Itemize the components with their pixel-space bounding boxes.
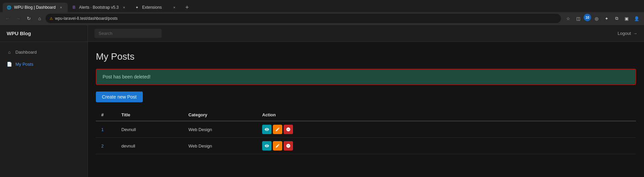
table-body: 1 Devnull Web Design 2 devnull Web Desig…: [96, 121, 636, 154]
cell-title-0: Devnull: [116, 121, 183, 138]
cell-num-1: 2: [96, 138, 116, 154]
cell-title-1: devnull: [116, 138, 183, 154]
col-header-num: #: [96, 109, 116, 121]
table-header-row: # Title Category Action: [96, 109, 636, 121]
tab-bootstrap[interactable]: B Alerts · Bootstrap v5.3 ×: [68, 3, 131, 12]
main-content: Logout → My Posts Post has been deleted!…: [88, 25, 644, 177]
tab-bar: 🌐 WPU Blog | Dashboard × B Alerts · Boot…: [0, 0, 644, 12]
sidebar-item-my-posts-label: My Posts: [15, 62, 33, 67]
colors-button[interactable]: ✦: [602, 14, 611, 23]
edit-button-0[interactable]: [273, 125, 282, 134]
address-bar[interactable]: ⚠ wpu-laravel-8.test/dashboard/posts: [46, 14, 561, 23]
table-row: 2 devnull Web Design: [96, 138, 636, 154]
extensions-button[interactable]: ⧉: [612, 14, 621, 23]
split-button[interactable]: ▣: [622, 14, 631, 23]
action-buttons-1: [262, 141, 631, 151]
bookmark-button[interactable]: ☆: [564, 14, 573, 23]
col-header-action: Action: [257, 109, 636, 121]
search-input[interactable]: [95, 29, 162, 38]
nav-bar: ← → ↻ ⌂ ⚠ wpu-laravel-8.test/dashboard/p…: [0, 12, 644, 25]
col-header-category: Category: [183, 109, 257, 121]
tab-title-wpu: WPU Blog | Dashboard: [14, 5, 56, 10]
sidebar: WPU Blog ⌂ Dashboard 📄 My Posts: [0, 25, 88, 177]
posts-table: # Title Category Action 1 Devnull Web De…: [96, 109, 636, 154]
account-button[interactable]: 👤: [632, 14, 641, 23]
col-header-title: Title: [116, 109, 183, 121]
logout-icon: →: [633, 31, 637, 36]
dashboard-icon: ⌂: [7, 49, 12, 55]
delete-button-0[interactable]: [284, 125, 293, 134]
cell-action-1: [257, 138, 636, 154]
counter-badge: 10: [584, 14, 591, 21]
cell-action-0: [257, 121, 636, 138]
tab-close-extensions[interactable]: ×: [172, 5, 177, 10]
content-area: My Posts Post has been deleted! Create n…: [88, 42, 644, 177]
tab-title-bootstrap: Alerts · Bootstrap v5.3: [79, 5, 119, 10]
sidebar-brand: WPU Blog: [0, 25, 87, 42]
security-icon: ⚠: [50, 16, 53, 21]
delete-button-1[interactable]: [284, 141, 293, 151]
create-post-button[interactable]: Create new Post: [96, 92, 143, 102]
topbar: Logout →: [88, 25, 644, 42]
alert-message: Post has been deleted!: [96, 69, 636, 85]
action-buttons-0: [262, 125, 631, 134]
sidebar-nav: ⌂ Dashboard 📄 My Posts: [0, 42, 87, 74]
tab-extensions[interactable]: ✦ Extensions ×: [131, 3, 181, 12]
cell-num-0: 1: [96, 121, 116, 138]
nav-actions: ☆ ◫ 10 ◎ ✦ ⧉ ▣ 👤: [564, 14, 641, 23]
home-button[interactable]: ⌂: [35, 14, 44, 23]
tab-close-bootstrap[interactable]: ×: [121, 5, 127, 10]
tab-close-wpu[interactable]: ×: [58, 5, 64, 10]
sidebar-item-dashboard[interactable]: ⌂ Dashboard: [0, 46, 87, 58]
forward-button[interactable]: →: [13, 14, 23, 23]
tab-favicon-bootstrap: B: [72, 5, 76, 10]
my-posts-icon: 📄: [7, 61, 12, 67]
edit-button-1[interactable]: [273, 141, 282, 151]
table-row: 1 Devnull Web Design: [96, 121, 636, 138]
table-header: # Title Category Action: [96, 109, 636, 121]
sidebar-item-my-posts[interactable]: 📄 My Posts: [0, 58, 87, 70]
app-layout: WPU Blog ⌂ Dashboard 📄 My Posts Logout →…: [0, 25, 644, 177]
logout-label: Logout: [618, 31, 631, 36]
cell-category-0: Web Design: [183, 121, 257, 138]
logout-button[interactable]: Logout →: [618, 31, 637, 36]
address-text: wpu-laravel-8.test/dashboard/posts: [55, 16, 557, 21]
page-title: My Posts: [96, 51, 636, 62]
tab-favicon-extensions: ✦: [135, 5, 139, 10]
sidebar-item-dashboard-label: Dashboard: [15, 50, 37, 55]
new-tab-button[interactable]: +: [182, 3, 192, 12]
view-button-1[interactable]: [262, 141, 272, 151]
alert-text: Post has been deleted!: [103, 74, 151, 79]
reload-button[interactable]: ↻: [24, 14, 34, 23]
back-button[interactable]: ←: [3, 14, 12, 23]
camera-button[interactable]: ◎: [592, 14, 601, 23]
profiles-button[interactable]: ◫: [574, 14, 583, 23]
view-button-0[interactable]: [262, 125, 272, 134]
cell-category-1: Web Design: [183, 138, 257, 154]
tab-title-extensions: Extensions: [142, 5, 169, 10]
tab-wpu-blog[interactable]: 🌐 WPU Blog | Dashboard ×: [3, 3, 68, 12]
tab-favicon-wpu: 🌐: [7, 5, 11, 10]
browser-chrome: 🌐 WPU Blog | Dashboard × B Alerts · Boot…: [0, 0, 644, 25]
